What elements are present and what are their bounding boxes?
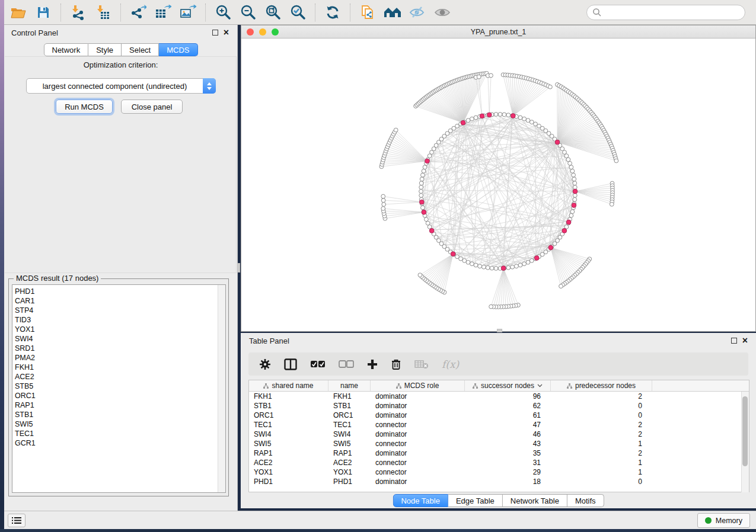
mcds-result-item[interactable]: GCR1 <box>15 438 225 448</box>
table-row[interactable]: YOX1YOX1connector291 <box>249 467 749 477</box>
mcds-result-item[interactable]: PMA2 <box>15 353 225 363</box>
mcds-list-scrollbar[interactable] <box>218 285 225 492</box>
cell-role[interactable]: connector <box>371 420 465 430</box>
float-panel-icon[interactable] <box>212 30 218 36</box>
tab-mcds[interactable]: MCDS <box>159 43 197 56</box>
open-file-button[interactable] <box>9 4 27 21</box>
optimization-criterion-select[interactable]: largest connected component (undirected) <box>26 78 216 94</box>
table-row[interactable]: SWI5SWI5connector431 <box>249 439 749 448</box>
mcds-result-item[interactable]: FKH1 <box>15 363 225 372</box>
table-row[interactable]: STB1STB1dominator620 <box>249 401 749 411</box>
cell-shared_name[interactable]: YOX1 <box>249 467 328 477</box>
mcds-result-item[interactable]: CAR1 <box>15 296 225 306</box>
add-column-button[interactable] <box>367 359 378 370</box>
cell-predecessors[interactable]: 1 <box>551 458 652 467</box>
column-header-predecessor-nodes[interactable]: predecessor nodes <box>551 380 652 391</box>
cell-name[interactable]: RAP1 <box>328 448 371 458</box>
tab-node-table[interactable]: Node Table <box>393 494 448 507</box>
mcds-result-item[interactable]: TEC1 <box>15 429 225 438</box>
table-row[interactable]: SWI4SWI4dominator462 <box>249 430 749 439</box>
search-input[interactable] <box>586 5 745 20</box>
select-all-button[interactable] <box>310 360 326 368</box>
cell-predecessors[interactable]: 1 <box>551 467 652 477</box>
hide-selected-button[interactable] <box>409 4 426 21</box>
cell-successors[interactable]: 18 <box>465 477 551 486</box>
cell-name[interactable]: TEC1 <box>328 420 371 430</box>
close-panel-button[interactable]: Close panel <box>121 100 183 114</box>
tab-select[interactable]: Select <box>122 43 159 56</box>
deselect-all-button[interactable] <box>339 360 354 368</box>
mcds-result-item[interactable]: SRD1 <box>15 344 225 353</box>
cell-empty[interactable] <box>652 467 749 477</box>
cell-successors[interactable]: 43 <box>465 439 551 448</box>
cell-empty[interactable] <box>652 448 749 458</box>
mcds-result-item[interactable]: STB5 <box>15 382 225 391</box>
save-session-button[interactable] <box>34 4 52 21</box>
cell-shared_name[interactable]: STB1 <box>249 401 328 411</box>
cell-name[interactable]: ORC1 <box>328 411 371 420</box>
network-window-titlebar[interactable]: YPA_prune.txt_1 <box>241 25 755 39</box>
import-table-button[interactable] <box>94 4 112 21</box>
column-header-name[interactable]: name <box>328 380 371 391</box>
zoom-out-button[interactable] <box>239 4 257 21</box>
zoom-in-button[interactable] <box>214 4 232 21</box>
cell-role[interactable]: dominator <box>371 448 465 458</box>
copy-network-button[interactable] <box>359 4 377 21</box>
mcds-result-item[interactable]: STP4 <box>15 306 225 315</box>
tab-style[interactable]: Style <box>88 43 122 56</box>
cell-name[interactable]: YOX1 <box>328 467 371 477</box>
cell-shared_name[interactable]: TEC1 <box>249 420 328 430</box>
close-panel-icon[interactable]: × <box>224 30 229 36</box>
cell-predecessors[interactable]: 1 <box>551 439 652 448</box>
table-row[interactable]: FKH1FKH1dominator962 <box>249 392 749 401</box>
close-panel-icon[interactable]: × <box>742 338 748 344</box>
column-header-successor-nodes[interactable]: successor nodes <box>465 380 551 391</box>
cell-name[interactable]: FKH1 <box>328 392 371 401</box>
cell-successors[interactable]: 35 <box>465 448 551 458</box>
zoom-selected-button[interactable] <box>289 4 307 21</box>
function-builder-button[interactable]: f(x) <box>442 358 459 370</box>
cell-role[interactable]: connector <box>371 439 465 448</box>
mcds-result-list[interactable]: PHD1CAR1STP4TID3YOX1SWI4SRD1PMA2FKH1ACE2… <box>12 284 226 493</box>
cell-role[interactable]: dominator <box>371 401 465 411</box>
mcds-result-item[interactable]: SWI4 <box>15 334 225 344</box>
cell-name[interactable]: STB1 <box>328 401 371 411</box>
first-neighbors-button[interactable] <box>384 4 401 21</box>
table-options-button[interactable] <box>259 358 271 370</box>
cell-successors[interactable]: 61 <box>465 411 551 420</box>
cell-role[interactable]: dominator <box>371 477 465 486</box>
cell-predecessors[interactable]: 2 <box>551 420 652 430</box>
tab-edge-table[interactable]: Edge Table <box>448 494 503 507</box>
column-header-MCDS-role[interactable]: MCDS role <box>371 380 465 391</box>
cell-empty[interactable] <box>652 477 749 486</box>
cell-empty[interactable] <box>652 430 749 439</box>
delete-column-button[interactable] <box>391 358 401 370</box>
table-row[interactable]: PHD1PHD1dominator180 <box>249 477 749 486</box>
vertical-splitter-handle[interactable] <box>237 263 240 273</box>
mcds-result-item[interactable]: ACE2 <box>15 372 225 382</box>
memory-button[interactable]: Memory <box>697 513 750 528</box>
cell-empty[interactable] <box>652 401 749 411</box>
tab-network[interactable]: Network <box>43 43 88 56</box>
cell-successors[interactable]: 29 <box>465 467 551 477</box>
cell-shared_name[interactable]: ORC1 <box>249 411 328 420</box>
cell-shared_name[interactable]: SWI4 <box>249 430 328 439</box>
cell-successors[interactable]: 46 <box>465 430 551 439</box>
cell-successors[interactable]: 47 <box>465 420 551 430</box>
horizontal-splitter-handle[interactable] <box>497 329 502 332</box>
cell-shared_name[interactable]: PHD1 <box>249 477 328 486</box>
cell-predecessors[interactable]: 2 <box>551 392 652 401</box>
export-image-button[interactable] <box>179 4 197 21</box>
run-mcds-button[interactable]: Run MCDS <box>56 100 113 114</box>
delete-table-button[interactable] <box>414 360 429 369</box>
cell-predecessors[interactable]: 2 <box>551 430 652 439</box>
table-row[interactable]: TEC1TEC1connector472 <box>249 420 749 430</box>
cell-shared_name[interactable]: FKH1 <box>249 392 328 401</box>
cell-successors[interactable]: 31 <box>465 458 551 467</box>
table-scrollbar[interactable] <box>741 392 749 492</box>
cell-shared_name[interactable]: ACE2 <box>249 458 328 467</box>
network-canvas[interactable] <box>241 39 755 331</box>
cell-name[interactable]: SWI5 <box>328 439 371 448</box>
mcds-result-item[interactable]: TID3 <box>15 315 225 325</box>
table-row[interactable]: ACE2ACE2connector311 <box>249 458 749 467</box>
